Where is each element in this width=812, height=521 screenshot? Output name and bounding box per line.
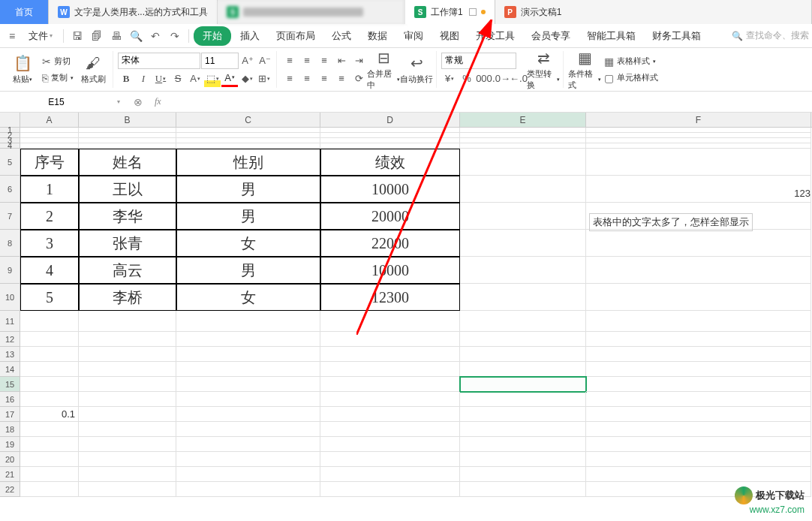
align-center-button[interactable]: ≡ (299, 71, 315, 87)
row-header-17[interactable]: 17 (0, 407, 20, 422)
cell-F9[interactable] (586, 257, 811, 284)
cell-D15[interactable] (320, 377, 460, 392)
file-menu[interactable]: 文件▾ (23, 26, 59, 46)
align-top-button[interactable]: ≡ (281, 53, 298, 69)
cell-A9[interactable]: 4 (20, 257, 79, 284)
orientation-button[interactable]: ⟳ (350, 71, 367, 87)
cell-A15[interactable] (20, 377, 79, 392)
row-header-10[interactable]: 10 (0, 284, 20, 311)
cell-A22[interactable] (20, 482, 79, 497)
cell-E6[interactable] (460, 176, 586, 203)
font-size-select[interactable] (201, 53, 239, 69)
cell-F10[interactable] (586, 284, 811, 311)
cell-C1[interactable] (176, 128, 320, 133)
cell-F13[interactable] (586, 347, 811, 362)
cell-E19[interactable] (460, 437, 586, 452)
cell-D9[interactable]: 10000 (320, 257, 460, 284)
cell-E21[interactable] (460, 467, 586, 482)
cell-B4[interactable] (79, 143, 176, 149)
row-header-5[interactable]: 5 (0, 149, 20, 176)
print-icon[interactable]: 🖶 (107, 27, 125, 45)
cell-C19[interactable] (176, 437, 320, 452)
cell-A4[interactable] (20, 143, 79, 149)
row-header-22[interactable]: 22 (0, 482, 20, 497)
save-as-icon[interactable]: 🗐 (88, 27, 106, 45)
font-style-button[interactable]: A▾ (187, 71, 203, 87)
cell-C14[interactable] (176, 362, 320, 377)
cell-E14[interactable] (460, 362, 586, 377)
cell-B16[interactable] (79, 392, 176, 407)
cell-A2[interactable] (20, 133, 79, 138)
cell-D17[interactable] (320, 407, 460, 422)
align-middle-button[interactable]: ≡ (299, 53, 315, 69)
cancel-formula-icon[interactable]: ⊗ (134, 96, 143, 108)
cell-B3[interactable] (79, 138, 176, 143)
align-left-button[interactable]: ≡ (281, 71, 298, 87)
cell-A11[interactable] (20, 311, 79, 332)
format-painter-button[interactable]: 🖌 格式刷 (77, 55, 110, 85)
font-name-select[interactable] (118, 53, 200, 69)
cell-B12[interactable] (79, 332, 176, 347)
cell-A14[interactable] (20, 362, 79, 377)
cell-B17[interactable] (79, 407, 176, 422)
cell-B5[interactable]: 姓名 (79, 149, 176, 176)
cell-F21[interactable] (586, 467, 811, 482)
cell-C22[interactable] (176, 482, 320, 497)
copy-button[interactable]: ⎘复制▾ (39, 71, 77, 86)
cell-B6[interactable]: 王以 (79, 176, 176, 203)
row-header-8[interactable]: 8 (0, 230, 20, 257)
cell-F19[interactable] (586, 437, 811, 452)
tab-smart-tools[interactable]: 智能工具箱 (579, 25, 643, 47)
tab-finance-tools[interactable]: 财务工具箱 (645, 25, 708, 47)
strikethrough-button[interactable]: S (170, 71, 186, 87)
currency-button[interactable]: ¥▾ (441, 71, 458, 87)
fx-icon[interactable]: fx (152, 96, 164, 107)
table-style-button[interactable]: ▦表格样式▾ (601, 54, 661, 69)
tab-word-doc[interactable]: W 文字是人类用表...远的方式和工具 (49, 0, 218, 24)
cell-A3[interactable] (20, 138, 79, 143)
row-header-15[interactable]: 15 (0, 377, 20, 392)
cell-B10[interactable]: 李桥 (79, 284, 176, 311)
row-header-4[interactable]: 4 (0, 143, 20, 149)
cell-D6[interactable]: 10000 (320, 176, 460, 203)
cell-E8[interactable] (460, 230, 586, 257)
cell-E15[interactable] (460, 377, 586, 392)
align-justify-button[interactable]: ≡ (333, 71, 350, 87)
cell-B8[interactable]: 张青 (79, 230, 176, 257)
cell-C5[interactable]: 性别 (176, 149, 320, 176)
cell-D14[interactable] (320, 362, 460, 377)
cell-D7[interactable]: 20000 (320, 203, 460, 230)
cell-C15[interactable] (176, 377, 320, 392)
tab-sheet-doc[interactable]: S 工作簿1 (405, 0, 495, 24)
cell-C7[interactable]: 男 (176, 203, 320, 230)
type-convert-button[interactable]: ⇄ 类型转换▾ (527, 49, 560, 91)
paste-button[interactable]: 📋 粘贴▾ (6, 54, 39, 85)
cell-C4[interactable] (176, 143, 320, 149)
cell-A13[interactable] (20, 347, 79, 362)
cell-E10[interactable] (460, 284, 586, 311)
cell-D8[interactable]: 22000 (320, 230, 460, 257)
border-button[interactable]: ⊞▾ (256, 71, 272, 87)
row-header-11[interactable]: 11 (0, 311, 20, 332)
cell-D10[interactable]: 12300 (320, 284, 460, 311)
cell-B22[interactable] (79, 482, 176, 497)
cell-B15[interactable] (79, 377, 176, 392)
cell-B11[interactable] (79, 311, 176, 332)
cell-F20[interactable] (586, 452, 811, 467)
cell-C11[interactable] (176, 311, 320, 332)
namebox-dropdown-icon[interactable]: ▾ (113, 98, 125, 105)
cell-F17[interactable] (586, 407, 811, 422)
dec-decrease-button[interactable]: ←.0 (510, 71, 527, 87)
row-header-9[interactable]: 9 (0, 257, 20, 284)
indent-left-button[interactable]: ⇤ (333, 53, 350, 69)
cell-A20[interactable] (20, 452, 79, 467)
formula-input[interactable] (164, 92, 812, 112)
cell-A10[interactable]: 5 (20, 284, 79, 311)
cell-F3[interactable] (586, 138, 811, 143)
highlight-button[interactable]: ⬚▾ (204, 71, 221, 87)
cell-C3[interactable] (176, 138, 320, 143)
cell-A17[interactable]: 0.1 (20, 407, 79, 422)
underline-button[interactable]: U▾ (152, 71, 169, 87)
align-right-button[interactable]: ≡ (316, 71, 332, 87)
cell-D4[interactable] (320, 143, 460, 149)
